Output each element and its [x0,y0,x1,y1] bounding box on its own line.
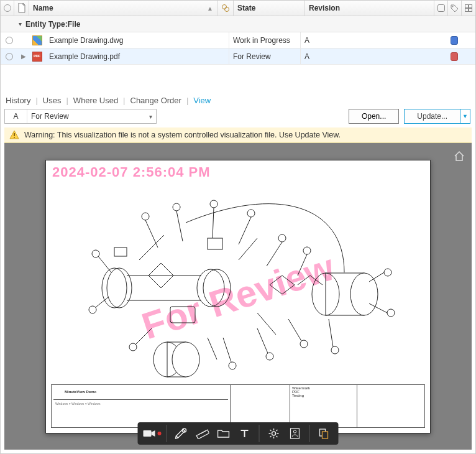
svg-rect-56 [196,430,209,439]
svg-line-31 [298,254,307,276]
table-row[interactable]: ▶ Example Drawing.pdf For Review A [1,49,475,65]
viewer-toolbar [138,422,339,445]
revision-state: For Review [27,112,145,121]
tab-uses[interactable]: Uses [43,96,62,105]
svg-line-41 [135,328,152,345]
update-button-split: Update... ▼ [404,109,470,124]
svg-line-69 [270,436,272,437]
properties-button[interactable] [285,425,306,442]
table-row[interactable]: Example Drawing.dwg Work in Progress A [1,32,475,49]
row-radio[interactable] [1,32,18,48]
svg-point-26 [247,210,255,217]
tab-history[interactable]: History [6,96,30,105]
open-button[interactable]: Open... [349,109,399,124]
svg-point-42 [229,362,236,369]
annotate-button[interactable] [171,425,192,442]
col-header-name[interactable]: Name ▲ [29,1,217,16]
revision-select[interactable]: A For Review ▾ [4,109,157,124]
warning-text: Warning: This visualization file is not … [24,131,341,139]
svg-point-61 [272,432,276,435]
svg-point-13 [203,269,231,307]
file-name: Example Drawing.pdf [45,49,229,64]
svg-point-34 [387,309,395,317]
title-block: MinuteView Demo Windows ▾ Windows ▾ Wind… [51,384,425,428]
col-header-state-label: State [237,4,255,12]
col-header-name-label: Name [33,4,53,12]
svg-line-47 [288,319,301,341]
update-button[interactable]: Update... [404,109,460,124]
home-button[interactable] [453,150,465,162]
svg-line-29 [267,242,282,266]
svg-point-20 [142,213,149,220]
col-header-revision[interactable]: Revision [305,1,434,16]
svg-point-38 [89,306,96,313]
svg-point-0 [222,5,226,9]
revision-code: A [5,109,27,123]
svg-line-67 [277,436,278,437]
sort-asc-icon: ▲ [207,5,213,12]
drawing-viewer: Warning: This visualization file is not … [4,127,472,450]
svg-line-43 [223,338,231,362]
color-chip [447,49,462,64]
checkbox-column-icon[interactable] [434,1,448,16]
measure-button[interactable] [192,425,213,442]
group-row-entity-type[interactable]: ▾ Entity Type:File [1,16,475,32]
row-expand[interactable] [18,32,29,48]
svg-rect-5 [469,5,472,8]
drawing-content [52,179,425,384]
row-expand[interactable]: ▶ [18,49,29,64]
drawing-page: 2024-02-07 2:56:04 PM For Review [45,160,431,433]
svg-line-25 [213,208,214,238]
svg-line-21 [145,220,158,248]
settings-button[interactable] [263,425,285,442]
svg-point-22 [173,203,180,211]
update-dropdown-arrow[interactable]: ▼ [460,109,470,124]
svg-line-68 [277,430,278,431]
svg-point-48 [331,346,339,354]
text-button[interactable] [234,425,255,442]
svg-point-3 [452,6,454,7]
folder-button[interactable] [213,425,234,442]
tab-view[interactable]: View [193,96,211,105]
svg-rect-7 [469,9,472,12]
viewer-canvas[interactable]: 2024-02-07 2:56:04 PM For Review [4,143,472,450]
svg-rect-9 [14,137,15,138]
svg-point-30 [303,247,311,254]
svg-rect-52 [208,238,222,249]
file-state: For Review [229,49,301,64]
file-revision: A [301,49,447,64]
col-header-state[interactable]: State [234,1,305,16]
link-icon-header [217,1,234,16]
tag-column-icon[interactable] [448,1,462,16]
svg-point-11 [107,268,132,308]
group-label: Entity Type:File [25,20,80,29]
grid-column-icon[interactable] [462,1,475,16]
svg-point-28 [278,234,286,242]
pdf-icon [32,52,42,62]
svg-point-44 [266,353,273,360]
svg-rect-73 [323,432,328,438]
copy-button[interactable] [314,425,335,442]
svg-line-37 [98,256,111,272]
svg-line-39 [96,297,108,307]
svg-rect-8 [14,133,15,136]
tab-where-used[interactable]: Where Used [73,96,118,105]
record-button[interactable] [142,425,163,442]
revision-toolbar: A For Review ▾ Open... Update... ▼ [1,109,475,127]
file-icon-header [14,1,29,16]
titleblock-test: Testing [292,394,355,397]
tab-change-order[interactable]: Change Order [130,96,181,105]
file-type-icon [29,32,45,48]
dwg-icon [32,35,42,45]
svg-point-24 [210,200,217,208]
select-all-radio[interactable] [1,1,14,16]
warning-bar: Warning: This visualization file is not … [4,127,472,143]
row-radio[interactable] [1,49,18,64]
svg-rect-51 [170,307,195,323]
svg-point-46 [300,340,308,348]
svg-line-49 [329,319,333,347]
file-table-header: Name ▲ State Revision [1,1,475,16]
svg-point-71 [293,430,296,433]
svg-rect-2 [437,5,444,12]
svg-line-27 [239,217,251,244]
